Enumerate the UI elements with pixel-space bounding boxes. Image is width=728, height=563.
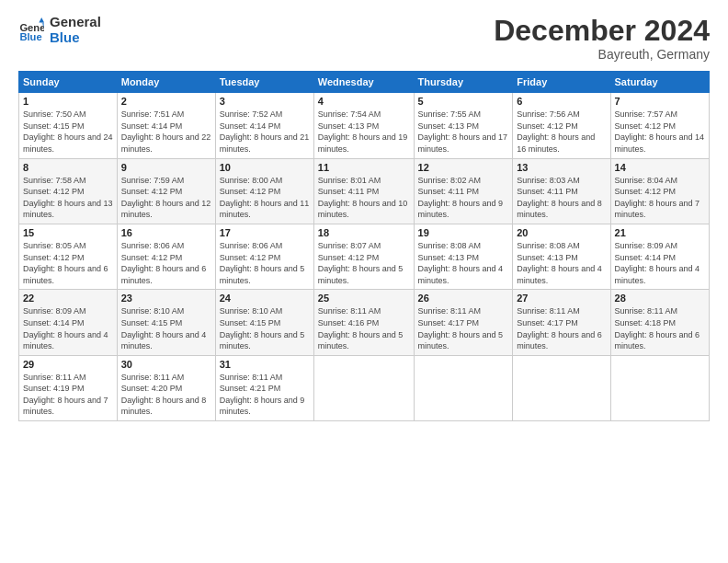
table-row: 18 Sunrise: 8:07 AM Sunset: 4:12 PM Dayl…: [313, 224, 414, 289]
day-number: 11: [318, 162, 410, 173]
col-tuesday: Tuesday: [215, 72, 313, 93]
day-info: Sunrise: 7:50 AM Sunset: 4:15 PM Dayligh…: [23, 109, 113, 155]
day-info: Sunrise: 8:10 AM Sunset: 4:15 PM Dayligh…: [121, 305, 211, 351]
day-info: Sunrise: 8:11 AM Sunset: 4:20 PM Dayligh…: [121, 372, 211, 418]
table-row: 6 Sunrise: 7:56 AM Sunset: 4:12 PM Dayli…: [513, 93, 610, 158]
table-row: 17 Sunrise: 8:06 AM Sunset: 4:12 PM Dayl…: [215, 224, 313, 289]
calendar-week-row: 15 Sunrise: 8:05 AM Sunset: 4:12 PM Dayl…: [19, 224, 710, 289]
day-number: 1: [23, 96, 113, 107]
table-row: 29 Sunrise: 8:11 AM Sunset: 4:19 PM Dayl…: [19, 355, 118, 420]
day-info: Sunrise: 7:55 AM Sunset: 4:13 PM Dayligh…: [418, 109, 509, 155]
logo-icon: General Blue: [18, 17, 44, 43]
day-info: Sunrise: 8:07 AM Sunset: 4:12 PM Dayligh…: [318, 240, 410, 286]
calendar-header-row: Sunday Monday Tuesday Wednesday Thursday…: [19, 72, 710, 93]
table-row: 19 Sunrise: 8:08 AM Sunset: 4:13 PM Dayl…: [414, 224, 513, 289]
table-row: 14 Sunrise: 8:04 AM Sunset: 4:12 PM Dayl…: [610, 158, 709, 224]
day-number: 24: [220, 293, 310, 304]
day-info: Sunrise: 7:52 AM Sunset: 4:14 PM Dayligh…: [220, 109, 310, 155]
col-wednesday: Wednesday: [313, 72, 414, 93]
day-info: Sunrise: 8:08 AM Sunset: 4:13 PM Dayligh…: [418, 240, 509, 286]
day-number: 28: [615, 293, 705, 304]
day-number: 31: [220, 359, 310, 370]
table-row: 3 Sunrise: 7:52 AM Sunset: 4:14 PM Dayli…: [215, 93, 313, 158]
page: General Blue General Blue December 2024 …: [0, 0, 728, 563]
table-row: 20 Sunrise: 8:08 AM Sunset: 4:13 PM Dayl…: [513, 224, 610, 289]
table-row: 5 Sunrise: 7:55 AM Sunset: 4:13 PM Dayli…: [414, 93, 513, 158]
table-row: 10 Sunrise: 8:00 AM Sunset: 4:12 PM Dayl…: [215, 158, 313, 224]
day-number: 14: [615, 162, 705, 173]
day-info: Sunrise: 8:06 AM Sunset: 4:12 PM Dayligh…: [121, 240, 211, 286]
day-number: 27: [517, 293, 606, 304]
table-row: 25 Sunrise: 8:11 AM Sunset: 4:16 PM Dayl…: [313, 290, 414, 355]
svg-text:Blue: Blue: [19, 31, 41, 42]
day-number: 30: [121, 359, 211, 370]
table-row: 11 Sunrise: 8:01 AM Sunset: 4:11 PM Dayl…: [313, 158, 414, 224]
header: General Blue General Blue December 2024 …: [18, 15, 710, 62]
calendar-week-row: 1 Sunrise: 7:50 AM Sunset: 4:15 PM Dayli…: [19, 93, 710, 158]
table-row: 9 Sunrise: 7:59 AM Sunset: 4:12 PM Dayli…: [117, 158, 215, 224]
day-number: 21: [615, 227, 705, 238]
day-info: Sunrise: 8:06 AM Sunset: 4:12 PM Dayligh…: [220, 240, 310, 286]
day-info: Sunrise: 7:59 AM Sunset: 4:12 PM Dayligh…: [121, 175, 211, 221]
day-info: Sunrise: 8:11 AM Sunset: 4:17 PM Dayligh…: [418, 305, 509, 351]
day-number: 26: [418, 293, 509, 304]
table-row: 23 Sunrise: 8:10 AM Sunset: 4:15 PM Dayl…: [117, 290, 215, 355]
calendar-week-row: 8 Sunrise: 7:58 AM Sunset: 4:12 PM Dayli…: [19, 158, 710, 224]
table-row: [513, 355, 610, 420]
day-number: 25: [318, 293, 410, 304]
col-thursday: Thursday: [414, 72, 513, 93]
day-number: 2: [121, 96, 211, 107]
day-info: Sunrise: 7:54 AM Sunset: 4:13 PM Dayligh…: [318, 109, 410, 155]
table-row: 7 Sunrise: 7:57 AM Sunset: 4:12 PM Dayli…: [610, 93, 709, 158]
col-saturday: Saturday: [610, 72, 709, 93]
table-row: 13 Sunrise: 8:03 AM Sunset: 4:11 PM Dayl…: [513, 158, 610, 224]
day-number: 10: [220, 162, 310, 173]
calendar-table: Sunday Monday Tuesday Wednesday Thursday…: [18, 71, 710, 421]
table-row: 15 Sunrise: 8:05 AM Sunset: 4:12 PM Dayl…: [19, 224, 118, 289]
table-row: 24 Sunrise: 8:10 AM Sunset: 4:15 PM Dayl…: [215, 290, 313, 355]
logo: General Blue General Blue: [18, 15, 101, 45]
title-block: December 2024 Bayreuth, Germany: [494, 15, 710, 62]
table-row: 16 Sunrise: 8:06 AM Sunset: 4:12 PM Dayl…: [117, 224, 215, 289]
day-info: Sunrise: 8:11 AM Sunset: 4:19 PM Dayligh…: [23, 372, 113, 418]
table-row: 21 Sunrise: 8:09 AM Sunset: 4:14 PM Dayl…: [610, 224, 709, 289]
table-row: 2 Sunrise: 7:51 AM Sunset: 4:14 PM Dayli…: [117, 93, 215, 158]
day-number: 3: [220, 96, 310, 107]
day-number: 17: [220, 227, 310, 238]
svg-marker-2: [39, 17, 44, 23]
table-row: 31 Sunrise: 8:11 AM Sunset: 4:21 PM Dayl…: [215, 355, 313, 420]
day-number: 4: [318, 96, 410, 107]
table-row: 27 Sunrise: 8:11 AM Sunset: 4:17 PM Dayl…: [513, 290, 610, 355]
day-info: Sunrise: 8:09 AM Sunset: 4:14 PM Dayligh…: [23, 305, 113, 351]
table-row: [313, 355, 414, 420]
table-row: 28 Sunrise: 8:11 AM Sunset: 4:18 PM Dayl…: [610, 290, 709, 355]
day-info: Sunrise: 8:11 AM Sunset: 4:17 PM Dayligh…: [517, 305, 606, 351]
calendar-week-row: 22 Sunrise: 8:09 AM Sunset: 4:14 PM Dayl…: [19, 290, 710, 355]
col-sunday: Sunday: [19, 72, 118, 93]
day-info: Sunrise: 7:51 AM Sunset: 4:14 PM Dayligh…: [121, 109, 211, 155]
day-info: Sunrise: 8:04 AM Sunset: 4:12 PM Dayligh…: [615, 175, 705, 221]
table-row: [610, 355, 709, 420]
day-number: 23: [121, 293, 211, 304]
day-number: 12: [418, 162, 509, 173]
day-number: 8: [23, 162, 113, 173]
day-info: Sunrise: 7:57 AM Sunset: 4:12 PM Dayligh…: [615, 109, 705, 155]
logo-general: General: [50, 15, 101, 30]
day-number: 18: [318, 227, 410, 238]
day-info: Sunrise: 7:58 AM Sunset: 4:12 PM Dayligh…: [23, 175, 113, 221]
day-info: Sunrise: 8:01 AM Sunset: 4:11 PM Dayligh…: [318, 175, 410, 221]
day-info: Sunrise: 8:09 AM Sunset: 4:14 PM Dayligh…: [615, 240, 705, 286]
day-number: 16: [121, 227, 211, 238]
day-number: 22: [23, 293, 113, 304]
day-number: 19: [418, 227, 509, 238]
day-number: 7: [615, 96, 705, 107]
calendar-week-row: 29 Sunrise: 8:11 AM Sunset: 4:19 PM Dayl…: [19, 355, 710, 420]
day-number: 29: [23, 359, 113, 370]
table-row: 26 Sunrise: 8:11 AM Sunset: 4:17 PM Dayl…: [414, 290, 513, 355]
table-row: 12 Sunrise: 8:02 AM Sunset: 4:11 PM Dayl…: [414, 158, 513, 224]
col-monday: Monday: [117, 72, 215, 93]
day-info: Sunrise: 8:10 AM Sunset: 4:15 PM Dayligh…: [220, 305, 310, 351]
day-info: Sunrise: 8:08 AM Sunset: 4:13 PM Dayligh…: [517, 240, 606, 286]
day-info: Sunrise: 8:00 AM Sunset: 4:12 PM Dayligh…: [220, 175, 310, 221]
day-number: 6: [517, 96, 606, 107]
